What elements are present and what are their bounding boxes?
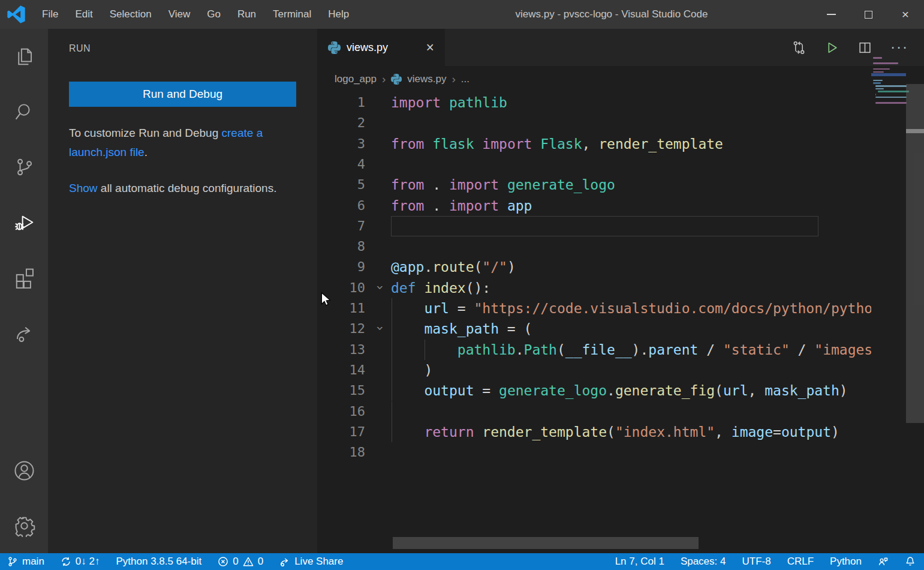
code-token: .: [424, 259, 432, 275]
status-item-utf-8[interactable]: UTF-8: [742, 556, 770, 568]
code-token: .: [516, 342, 524, 358]
account-button[interactable]: [0, 443, 48, 498]
code-editor[interactable]: 123456789101112131415161718›› import pat…: [317, 92, 924, 553]
status-item-crlf[interactable]: CRLF: [787, 556, 814, 568]
run-and-debug-button[interactable]: Run and Debug: [69, 82, 296, 107]
code-token: .: [432, 177, 449, 193]
status-item-feedback[interactable]: [878, 556, 889, 567]
menu-run[interactable]: Run: [229, 0, 264, 29]
chevron-right-icon: ›: [382, 73, 386, 86]
sidebar-item-search[interactable]: [0, 84, 48, 139]
code-line[interactable]: ): [391, 360, 432, 380]
menu-edit[interactable]: Edit: [67, 0, 101, 29]
code-line[interactable]: pathlib.Path(__file__).parent / "static"…: [391, 340, 871, 360]
menu-terminal[interactable]: Terminal: [264, 0, 320, 29]
code-token: import: [482, 136, 540, 152]
sidebar-item-explorer[interactable]: [0, 29, 48, 84]
maximize-icon: [865, 11, 872, 19]
maximize-button[interactable]: [850, 0, 887, 29]
status-item-error-circle[interactable]: 00: [218, 556, 263, 568]
code-token: ,: [715, 424, 732, 440]
horizontal-scrollbar[interactable]: [393, 537, 699, 549]
status-item-live-share[interactable]: Live Share: [279, 556, 343, 568]
code-token: pathlib: [449, 95, 507, 110]
code-token: =: [474, 383, 499, 398]
code-line[interactable]: def index():: [391, 278, 490, 298]
status-item-python-3-8-5-64-bit[interactable]: Python 3.8.5 64-bit: [116, 556, 202, 568]
code-token: (: [474, 259, 483, 275]
code-line[interactable]: mask_path = (: [391, 319, 532, 339]
sidebar-item-live-share[interactable]: [0, 305, 48, 360]
code-token: .: [432, 198, 449, 214]
code-line[interactable]: from . import app: [391, 196, 532, 216]
code-line[interactable]: @app.route("/"): [391, 257, 516, 277]
code-token: [391, 301, 424, 316]
tab-close-icon[interactable]: ×: [424, 40, 437, 56]
tab-views-py[interactable]: views.py ×: [317, 29, 445, 66]
minimap-line: [873, 62, 898, 64]
code-token: mask_path: [424, 321, 499, 337]
code-token: "index.html": [615, 424, 715, 440]
sidebar-item-run-and-debug[interactable]: [0, 194, 48, 250]
code-token: "https://code.visualstudio.com/docs/pyth…: [474, 301, 871, 316]
scrollbar-thumb[interactable]: [906, 84, 924, 423]
menu-go[interactable]: Go: [198, 0, 229, 29]
status-item-git-branch[interactable]: main: [7, 556, 44, 568]
minimap-line: [875, 97, 907, 98]
tab-bar: views.py ×: [317, 29, 924, 66]
vertical-scrollbar[interactable]: [906, 29, 924, 553]
files-icon: [13, 46, 35, 68]
code-token: "static": [723, 342, 790, 358]
status-item-sync[interactable]: 0↓ 2↑: [61, 556, 100, 568]
status-item-spaces-4[interactable]: Spaces: 4: [681, 556, 726, 568]
show-configs-text: all automatic debug configurations.: [98, 182, 277, 194]
menu-help[interactable]: Help: [320, 0, 357, 29]
customize-text: To customize Run and Debug: [69, 127, 222, 139]
minimap-line: [873, 80, 883, 82]
account-icon: [13, 460, 35, 482]
sidebar-item-source-control[interactable]: [0, 139, 48, 194]
editor-group: views.py ×: [317, 29, 924, 553]
breadcrumb-symbol[interactable]: ...: [461, 73, 469, 85]
close-button[interactable]: ×: [887, 0, 924, 29]
python-file-icon: [391, 74, 402, 85]
current-line-highlight: [391, 216, 818, 236]
search-icon: [13, 101, 35, 123]
overview-ruler-cursor-marker: [906, 129, 924, 133]
code-line[interactable]: output = generate_logo.generate_fig(url,…: [391, 380, 848, 401]
code-line[interactable]: url = "https://code.visualstudio.com/doc…: [391, 298, 871, 319]
sidebar-item-extensions[interactable]: [0, 250, 48, 305]
show-configs-hint: Show all automatic debug configurations.: [69, 179, 298, 198]
status-item-bell[interactable]: [905, 556, 916, 567]
code-token: image: [732, 424, 773, 440]
code-line[interactable]: from . import generate_logo: [391, 175, 615, 195]
menu-view[interactable]: View: [160, 0, 199, 29]
code-token: mask_path: [765, 383, 839, 398]
breadcrumb-file[interactable]: views.py: [407, 73, 446, 85]
code-token: def: [391, 280, 424, 296]
settings-button[interactable]: [0, 498, 48, 553]
code-token: output: [781, 424, 831, 440]
code-token: index: [424, 280, 465, 296]
open-changes-button[interactable]: [791, 40, 806, 55]
status-item-ln-7-col-1[interactable]: Ln 7, Col 1: [615, 556, 664, 568]
minimap[interactable]: [871, 57, 906, 129]
status-bar: main0↓ 2↑Python 3.8.5 64-bit00Live Share…: [0, 553, 924, 570]
code-token: ).: [632, 342, 649, 358]
code-line[interactable]: import pathlib: [391, 92, 507, 113]
code-token: flask: [432, 136, 482, 152]
code-line[interactable]: return render_template("index.html", ima…: [391, 422, 839, 442]
code-token: (: [607, 424, 615, 440]
status-item-python[interactable]: Python: [830, 556, 862, 568]
menu-file[interactable]: File: [34, 0, 67, 29]
code-line[interactable]: from flask import Flask, render_template: [391, 134, 723, 154]
show-configurations-link[interactable]: Show: [69, 182, 98, 194]
run-icon: [824, 40, 839, 55]
open-changes-icon: [791, 40, 806, 55]
menu-selection[interactable]: Selection: [101, 0, 160, 29]
breadcrumb-folder[interactable]: logo_app: [335, 73, 377, 85]
run-file-button[interactable]: [824, 40, 839, 55]
split-editor-button[interactable]: [857, 40, 872, 55]
code-token: ): [391, 362, 432, 378]
code-token: ,: [748, 383, 765, 398]
